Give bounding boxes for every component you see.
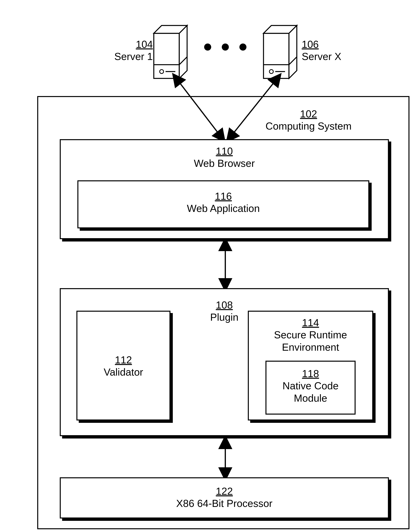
validator-label: 112 Validator (76, 354, 170, 378)
web-browser-num: 110 (216, 145, 233, 157)
server-x-label: 106 Server X (302, 38, 353, 63)
svg-marker-2 (179, 26, 187, 78)
more-dot (239, 44, 246, 51)
native-code-module-num: 118 (302, 368, 319, 379)
server-1-label: 104 Server 1 (104, 38, 153, 63)
computing-system-num: 102 (300, 108, 317, 120)
processor-num: 122 (216, 485, 233, 497)
server-1-icon (154, 26, 187, 78)
web-browser-label: 110 Web Browser (60, 145, 389, 170)
server-1-name: Server 1 (104, 50, 153, 63)
native-code-module-name: Native Code Module (265, 380, 356, 404)
computing-system-name: Computing System (255, 120, 362, 132)
server-x-name: Server X (302, 50, 353, 63)
processor-label: 122 X86 64-Bit Processor (60, 485, 389, 510)
server-x-num: 106 (302, 39, 319, 50)
more-dot (222, 44, 229, 51)
validator-num: 112 (115, 354, 132, 366)
validator-name: Validator (76, 366, 170, 378)
svg-marker-9 (289, 26, 297, 78)
server-1-num: 104 (136, 39, 153, 50)
sre-num: 114 (302, 317, 319, 328)
computing-system-label: 102 Computing System (255, 108, 362, 132)
sre-name: Secure Runtime Environment (248, 329, 373, 353)
plugin-num: 108 (216, 299, 233, 311)
svg-point-5 (160, 70, 164, 74)
svg-point-12 (269, 70, 273, 74)
server-x-icon (263, 26, 297, 78)
web-application-label: 116 Web Application (77, 190, 369, 215)
sre-label: 114 Secure Runtime Environment (248, 317, 373, 353)
web-application-name: Web Application (77, 202, 369, 214)
native-code-module-label: 118 Native Code Module (265, 368, 356, 404)
web-application-num: 116 (215, 190, 232, 202)
processor-name: X86 64-Bit Processor (60, 497, 389, 509)
more-dot (204, 44, 211, 51)
web-browser-name: Web Browser (60, 157, 389, 169)
